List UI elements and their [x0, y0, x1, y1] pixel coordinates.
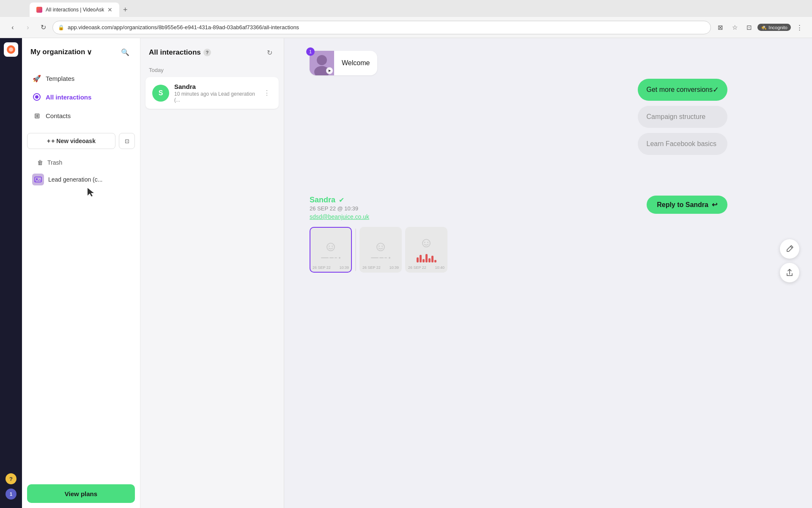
- window-icon[interactable]: ⊡: [743, 22, 755, 33]
- nav-header: My organization ∨ 🔍: [22, 38, 140, 66]
- svg-rect-4: [35, 177, 41, 182]
- new-videoask-button[interactable]: + + New videoask: [27, 133, 115, 149]
- templates-icon: 🚀: [32, 74, 41, 83]
- svg-point-9: [327, 243, 335, 251]
- video-thumb-2[interactable]: 26 SEP 22 10:39: [359, 227, 402, 273]
- interactions-title: All interactions ?: [149, 48, 211, 57]
- trash-item[interactable]: 🗑 Trash: [27, 156, 135, 169]
- interactions-help-icon[interactable]: ?: [203, 49, 211, 56]
- import-button[interactable]: ⊡: [119, 133, 135, 149]
- nav-items: 🚀 Templates All interactions ⊞ Contacts: [22, 66, 140, 128]
- main-content: 1 ▶ Welcome: [284, 38, 812, 508]
- thumb1-time: 10:39: [339, 265, 349, 270]
- import-icon: ⊡: [125, 138, 129, 144]
- interaction-card-sandra[interactable]: S Sandra 10 minutes ago via Lead generat…: [145, 77, 279, 109]
- folder-thumbnail: [32, 174, 44, 185]
- tab-close-button[interactable]: ✕: [107, 6, 112, 13]
- welcome-bubble-wrapper: 1 ▶ Welcome: [310, 51, 377, 75]
- sandra-date: 26 SEP 22 @ 10:39: [310, 205, 369, 212]
- templates-label: Templates: [46, 75, 74, 82]
- sandra-reply-row: Sandra ✔ 26 SEP 22 @ 10:39 sdsd@beanjuic…: [310, 196, 727, 220]
- welcome-container: 1 ▶ Welcome: [310, 51, 727, 75]
- brand-logo-icon: [6, 45, 16, 54]
- all-interactions-icon: [32, 92, 41, 102]
- incognito-icon: 🕵: [761, 25, 767, 30]
- active-tab[interactable]: All interactions | VideoAsk ✕: [30, 3, 119, 17]
- back-button[interactable]: ‹: [7, 22, 19, 33]
- bookmark-icon[interactable]: ☆: [729, 22, 741, 33]
- svg-point-12: [377, 243, 384, 251]
- notification-button[interactable]: 1: [5, 489, 16, 500]
- check-icon-1: ✓: [713, 85, 719, 94]
- refresh-button[interactable]: ↻: [263, 47, 275, 58]
- choice-get-more-conversions[interactable]: Get more conversions ✓: [638, 79, 727, 101]
- incognito-badge[interactable]: 🕵 Incognito: [757, 24, 791, 31]
- svg-point-10: [329, 246, 330, 247]
- contact-avatar-sandra: S: [152, 85, 169, 102]
- sidebar-item-templates[interactable]: 🚀 Templates: [27, 69, 135, 87]
- contact-name: Sandra: [174, 83, 257, 90]
- welcome-text: Welcome: [334, 53, 377, 73]
- choice-label-2: Campaign structure: [646, 113, 705, 121]
- thumb3-time: 10:40: [435, 265, 444, 270]
- svg-point-3: [35, 95, 38, 99]
- nav-actions: + + New videoask ⊡: [22, 128, 140, 154]
- org-name[interactable]: My organization ∨: [30, 48, 92, 57]
- svg-point-7: [317, 55, 327, 65]
- card-more-button[interactable]: ⋮: [262, 88, 272, 98]
- svg-point-14: [381, 246, 383, 247]
- interaction-meta: 10 minutes ago via Lead generation (...: [174, 91, 257, 103]
- brand-logo[interactable]: [4, 42, 18, 57]
- lines-icon-2: [371, 257, 390, 259]
- sidebar-item-contacts[interactable]: ⊞ Contacts: [27, 107, 135, 124]
- interactions-title-text: All interactions: [149, 48, 201, 57]
- svg-point-1: [9, 47, 13, 52]
- view-plans-button[interactable]: View plans: [27, 484, 135, 503]
- search-button[interactable]: 🔍: [119, 46, 132, 58]
- org-caret-icon: ∨: [87, 48, 92, 57]
- cast-icon[interactable]: ⊠: [714, 22, 726, 33]
- sandra-email[interactable]: sdsd@beanjuice.co.uk: [310, 213, 369, 220]
- help-button[interactable]: ?: [5, 473, 16, 484]
- reply-icon: ↩: [712, 201, 717, 209]
- video-thumb-3[interactable]: 26 SEP 22 10:40: [405, 227, 447, 273]
- toolbar-icons: ⊠ ☆ ⊡ 🕵 Incognito ⋮: [714, 22, 805, 33]
- menu-button[interactable]: ⋮: [793, 22, 805, 33]
- new-videoask-plus-icon: +: [47, 138, 50, 144]
- app-container: ? 1 My organization ∨ 🔍 🚀 Templates: [0, 38, 812, 508]
- video-thumb-1[interactable]: 26 SEP 22 10:39: [310, 227, 352, 273]
- face-icon-3: [419, 237, 434, 252]
- face-icon-2: [373, 241, 388, 256]
- video-thumbnails: 26 SEP 22 10:39: [310, 227, 727, 273]
- welcome-number-badge: 1: [306, 47, 315, 56]
- interactions-panel: All interactions ? ↻ Today S Sandra 10 m…: [140, 38, 284, 508]
- edit-icon: [785, 245, 794, 253]
- choice-campaign-structure[interactable]: Campaign structure: [638, 106, 727, 128]
- folder-thumb-icon: [34, 177, 42, 182]
- share-action-button[interactable]: [780, 263, 799, 282]
- reload-button[interactable]: ↻: [37, 22, 49, 33]
- address-text: app.videoask.com/app/organizations/8b955…: [68, 24, 299, 30]
- edit-action-button[interactable]: [780, 239, 799, 259]
- address-bar[interactable]: 🔒 app.videoask.com/app/organizations/8b9…: [52, 21, 711, 34]
- thumb3-date: 26 SEP 22: [408, 265, 426, 270]
- bars-icon-3: [417, 254, 436, 262]
- reply-to-sandra-button[interactable]: Reply to Sandra ↩: [647, 196, 727, 214]
- sidebar-item-all-interactions[interactable]: All interactions: [27, 88, 135, 106]
- verified-icon: ✔: [339, 196, 344, 204]
- thumb2-date: 26 SEP 22: [362, 265, 381, 270]
- trash-icon: 🗑: [37, 159, 43, 166]
- contacts-label: Contacts: [46, 112, 71, 119]
- folder-name: Lead generation (c...: [48, 176, 115, 183]
- main-scroll: 1 ▶ Welcome: [284, 38, 812, 508]
- face-icon-1: [323, 241, 338, 256]
- forward-button[interactable]: ›: [22, 22, 34, 33]
- play-button-overlay[interactable]: ▶: [326, 67, 333, 74]
- folder-item-lead-gen[interactable]: Lead generation (c... ⋯: [27, 170, 135, 189]
- interactions-header: All interactions ? ↻: [140, 38, 284, 64]
- nav-sidebar: My organization ∨ 🔍 🚀 Templates All inte…: [22, 38, 140, 508]
- new-tab-button[interactable]: +: [119, 3, 131, 17]
- choice-learn-facebook[interactable]: Learn Facebook basics: [638, 133, 727, 155]
- tab-title: All interactions | VideoAsk: [46, 7, 104, 13]
- thumb1-date: 26 SEP 22: [313, 265, 331, 270]
